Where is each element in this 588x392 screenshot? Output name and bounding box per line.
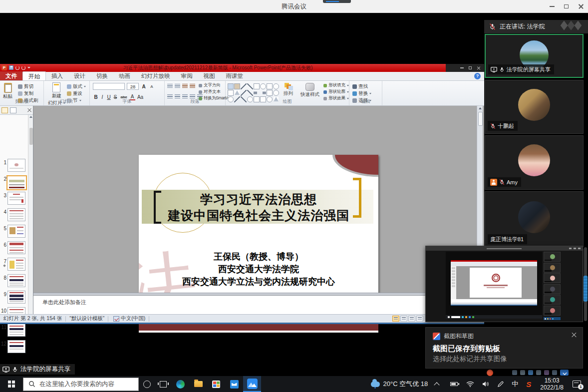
tab-view[interactable]: 视图 <box>198 71 221 80</box>
battery-icon[interactable] <box>450 382 458 386</box>
slide-scroll-thumb[interactable] <box>478 112 483 126</box>
taskbar-edge[interactable] <box>171 376 189 392</box>
snip-sketch-notification[interactable]: 截图和草图 截图已保存到剪贴板 选择此处标记并共享图像 <box>425 327 583 369</box>
weather-icon[interactable] <box>371 382 380 387</box>
normal-view-button[interactable] <box>392 316 399 322</box>
scroll-up-icon[interactable] <box>479 107 482 109</box>
bullets-icon[interactable] <box>167 84 173 89</box>
ime-indicator[interactable]: 中 <box>512 380 518 389</box>
task-view-icon[interactable] <box>160 381 167 388</box>
font-size-dropdown[interactable]: 28 <box>127 83 139 90</box>
toolbar-icon[interactable] <box>552 370 557 375</box>
minimize-button[interactable] <box>545 0 559 13</box>
increase-indent-icon[interactable] <box>190 84 195 89</box>
participant-tile-sharer[interactable]: 法学院的屏幕共享 <box>485 34 584 78</box>
taskbar-search-input[interactable]: 在这里输入你要搜索的内容 <box>23 378 139 391</box>
slide-thumbnail-11[interactable]: 11 <box>0 324 28 339</box>
notes-pane[interactable]: 单击此处添加备注 <box>33 295 483 314</box>
screen-share-preview-window[interactable] <box>425 246 583 322</box>
copy-button[interactable]: 复制 <box>18 90 33 96</box>
tab-insert[interactable]: 插入 <box>46 71 68 80</box>
slide-thumbnail-4[interactable]: 4 <box>0 208 28 223</box>
cut-button[interactable]: 剪切 <box>18 83 33 89</box>
tray-expand-icon[interactable] <box>434 382 440 388</box>
layout-button[interactable]: 版式 <box>67 83 86 89</box>
outline-tab-icon[interactable] <box>10 107 16 113</box>
pip-window-controls[interactable] <box>569 248 581 249</box>
slide-sorter-view-button[interactable] <box>400 316 407 322</box>
speaker-icon[interactable] <box>482 381 489 387</box>
qat-dropdown-icon[interactable] <box>27 67 30 68</box>
close-button[interactable] <box>574 0 588 13</box>
notification-close-icon[interactable] <box>572 333 577 338</box>
tab-animations[interactable]: 动画 <box>113 71 136 80</box>
slide-thumbnail-7[interactable]: 7 <box>0 258 28 273</box>
powerpoint-app-icon[interactable]: P <box>1 65 7 70</box>
taskbar-file-explorer[interactable] <box>189 376 207 392</box>
save-icon[interactable] <box>9 65 13 70</box>
toolbar-red-icon[interactable] <box>487 370 493 376</box>
reset-button[interactable]: 重设 <box>67 90 82 96</box>
thumbnail-scrollbar[interactable] <box>28 115 33 314</box>
grow-font-button[interactable]: A <box>141 84 147 89</box>
taskbar-mail[interactable] <box>225 376 243 392</box>
slide-thumbnail-1[interactable]: 1 <box>0 159 28 174</box>
tab-design[interactable]: 设计 <box>68 71 91 80</box>
find-button[interactable]: 查找 <box>352 83 368 89</box>
shape-outline-button[interactable]: 形状轮廓 <box>323 89 349 95</box>
tab-rain-classroom[interactable]: 雨课堂 <box>221 71 249 80</box>
slide-thumbnail-8[interactable]: 8 <box>0 274 28 289</box>
status-language[interactable]: 中文(中国) <box>121 315 145 322</box>
redo-icon[interactable] <box>21 66 25 70</box>
slide-thumbnail-6[interactable]: 6 <box>0 241 28 256</box>
shape-fill-button[interactable]: 形状填充 <box>323 82 349 88</box>
slides-tab-icon[interactable] <box>1 107 8 113</box>
toolbar-icon[interactable] <box>512 370 517 375</box>
ppt-close-icon[interactable] <box>477 66 480 70</box>
toolbar-icon[interactable] <box>520 370 525 375</box>
toolbar-icon[interactable] <box>536 370 541 375</box>
taskbar-clock[interactable]: 15:03 2022/1/8 <box>540 377 564 391</box>
shrink-font-button[interactable]: A <box>149 84 155 89</box>
slide-title-block[interactable]: 学习习近平法治思想 建设中国特色社会主义法治强国 <box>159 191 358 224</box>
notification-subtitle[interactable]: 选择此处标记并共享图像 <box>433 355 507 364</box>
toolbar-icon[interactable] <box>528 370 533 375</box>
spell-check-icon[interactable] <box>113 316 119 322</box>
start-button[interactable] <box>0 376 23 392</box>
taskbar-store[interactable] <box>207 376 225 392</box>
tab-file[interactable]: 文件 <box>0 71 22 80</box>
slide-thumbnail-12[interactable]: 12 <box>0 340 28 355</box>
thumbnail-scroll-thumb[interactable] <box>29 128 33 145</box>
slide-thumbnail-5[interactable]: 5 <box>0 225 28 240</box>
numbering-icon[interactable] <box>175 84 180 89</box>
pen-icon[interactable] <box>497 381 504 388</box>
meeting-window-titlebar[interactable]: 腾讯会议 <box>0 0 588 13</box>
reading-view-button[interactable] <box>408 316 415 322</box>
replace-button[interactable]: 替换 <box>352 90 371 96</box>
quick-styles-button[interactable]: 快速样式 <box>300 83 319 98</box>
wifi-icon[interactable] <box>466 381 474 387</box>
slide-thumbnail-3[interactable]: 3 <box>0 192 28 207</box>
tab-slideshow[interactable]: 幻灯片放映 <box>136 71 176 80</box>
tab-home[interactable]: 开始 <box>22 71 46 80</box>
participant-tile-4[interactable]: 庞正博法学81 <box>485 191 584 247</box>
decrease-indent-icon[interactable] <box>182 84 188 89</box>
tab-review[interactable]: 审阅 <box>176 71 198 80</box>
participant-tile-3[interactable]: Amy <box>485 135 584 190</box>
slide-thumbnail-2-selected[interactable]: 2 <box>0 175 28 190</box>
sogou-input-icon[interactable]: S <box>526 380 531 389</box>
cortana-icon[interactable] <box>143 381 151 388</box>
slideshow-view-button[interactable] <box>416 316 423 322</box>
weather-text[interactable]: 20°C 空气优 18 <box>383 380 428 389</box>
taskbar-tencent-meeting-active[interactable] <box>243 376 261 392</box>
align-text-button[interactable]: 对齐文本 <box>199 89 221 95</box>
ppt-minimize-icon[interactable] <box>460 67 464 68</box>
font-name-dropdown[interactable] <box>93 83 125 90</box>
toolbar-blue-icon[interactable] <box>560 370 569 376</box>
paste-button[interactable]: 粘贴 <box>3 83 12 100</box>
tab-transitions[interactable]: 切换 <box>91 71 113 80</box>
scroll-up-icon[interactable] <box>29 116 32 118</box>
participants-scrollbar-thumb[interactable] <box>584 276 588 302</box>
ppt-restore-icon[interactable] <box>469 66 472 69</box>
text-direction-button[interactable]: 文字方向 <box>199 82 221 88</box>
